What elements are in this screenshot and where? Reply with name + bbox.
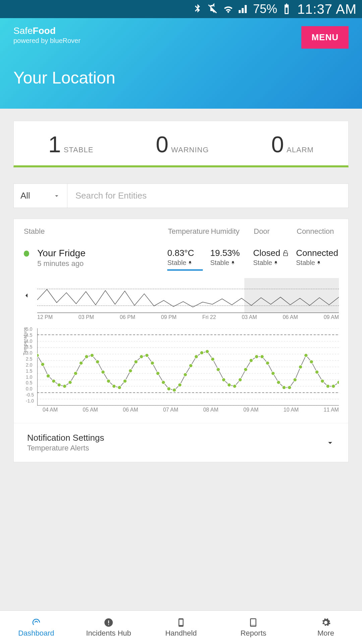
metric-humidity[interactable]: 19.53% Stable [210,248,253,267]
page-title: Your Location [13,68,349,88]
bell-icon [231,261,235,265]
svg-point-71 [331,384,335,388]
svg-point-38 [150,361,154,365]
svg-point-64 [293,378,297,382]
svg-point-54 [238,378,242,382]
svg-point-36 [139,355,143,359]
svg-point-62 [282,386,286,389]
phone-icon [176,618,186,628]
filter-dropdown[interactable]: All [14,184,67,208]
svg-point-70 [326,384,330,388]
clock-text: 11:37 AM [297,2,357,17]
nav-dashboard[interactable]: Dashboard [0,611,72,644]
wifi-icon [222,3,234,15]
y-axis-ticks: 5.04.54.03.53.02.52.01.51.00.50.0-0.5-1.… [26,326,34,404]
gear-icon [321,618,331,628]
nav-handheld[interactable]: Handheld [145,611,217,644]
svg-point-49 [211,358,215,361]
summary-alarm-count: 0 [271,131,284,157]
svg-point-43 [178,383,182,387]
svg-point-51 [222,378,226,382]
book-icon [248,618,258,628]
battery-text: 75% [253,2,277,16]
svg-point-68 [315,370,319,374]
detail-chart[interactable]: Temperature 5.04.54.03.53.02.52.01.51.00… [37,328,339,406]
alert-icon [104,618,114,628]
svg-point-50 [217,368,220,371]
svg-point-47 [200,351,203,355]
svg-point-35 [134,360,138,364]
svg-point-66 [304,354,308,357]
chart-prev-button[interactable] [22,291,31,301]
svg-point-57 [255,355,258,359]
svg-point-25 [79,361,83,365]
summary-warning[interactable]: 0 WARNING [156,131,209,157]
entity-card: Stable Temperature Humidity Door Connect… [13,219,349,462]
svg-point-26 [85,355,88,359]
search-input[interactable] [67,184,348,208]
charts-area: 12 PM03 PM06 PM09 PMFri 2203 AM06 AM09 A… [14,271,348,416]
svg-point-24 [74,372,77,375]
svg-point-72 [337,381,339,384]
metric-temperature[interactable]: 0.83°C Stable [167,248,210,267]
svg-point-60 [271,372,275,375]
svg-point-44 [183,373,187,377]
metric-connection[interactable]: Connected Stable [296,248,338,267]
nav-incidents[interactable]: Incidents Hub [72,611,145,644]
entity-column-headers: Stable Temperature Humidity Door Connect… [14,219,348,240]
svg-point-67 [310,360,313,364]
svg-point-23 [68,381,72,384]
svg-point-37 [145,354,149,357]
dashboard-icon [31,618,41,628]
nav-more[interactable]: More [290,611,362,644]
svg-point-22 [63,384,66,388]
svg-point-19 [46,374,50,378]
entity-updated: 5 minutes ago [37,259,167,268]
svg-point-21 [57,383,61,387]
bluetooth-icon [191,3,203,15]
chevron-down-icon [53,192,60,200]
battery-icon [281,3,293,15]
svg-point-46 [194,355,198,359]
lock-icon [282,250,289,257]
svg-point-69 [320,379,324,383]
svg-point-40 [162,381,165,384]
svg-point-27 [90,354,94,357]
menu-button[interactable]: MENU [301,26,349,49]
overview-x-ticks: 12 PM03 PM06 PM09 PMFri 2203 AM06 AM09 A… [37,314,339,320]
svg-point-59 [266,361,269,365]
notification-settings-row[interactable]: Notification Settings Temperature Alerts [14,423,348,462]
nav-reports[interactable]: Reports [217,611,290,644]
entity-row[interactable]: Your Fridge 5 minutes ago 0.83°C Stable … [14,240,348,271]
svg-point-61 [277,381,281,384]
summary-alarm[interactable]: 0 ALARM [271,131,314,157]
svg-point-48 [205,350,209,354]
svg-point-32 [118,386,121,389]
entity-name: Your Fridge [37,248,167,259]
status-summary-card: 1 STABLE 0 WARNING 0 ALARM [13,121,349,167]
svg-point-33 [123,379,127,383]
vibrate-icon [207,3,219,15]
svg-point-56 [249,359,253,362]
svg-point-31 [112,384,116,388]
status-dot-icon [24,251,29,257]
summary-stable-count: 1 [48,131,61,157]
bottom-nav: Dashboard Incidents Hub Handheld Reports… [0,610,362,644]
summary-stable[interactable]: 1 STABLE [48,131,94,157]
svg-point-52 [227,383,231,387]
summary-warning-count: 0 [156,131,169,157]
svg-point-42 [173,388,176,392]
svg-point-17 [37,354,39,357]
svg-point-45 [189,364,193,368]
svg-point-29 [101,370,105,374]
metric-door[interactable]: Closed Stable [253,248,296,267]
svg-point-63 [288,386,291,389]
svg-point-41 [167,387,171,391]
bell-icon [316,261,321,265]
overview-chart[interactable] [37,279,339,313]
bell-icon [274,261,278,265]
svg-point-65 [299,365,302,369]
svg-point-53 [233,384,237,388]
svg-point-58 [260,355,264,359]
cell-signal-icon [238,3,250,15]
